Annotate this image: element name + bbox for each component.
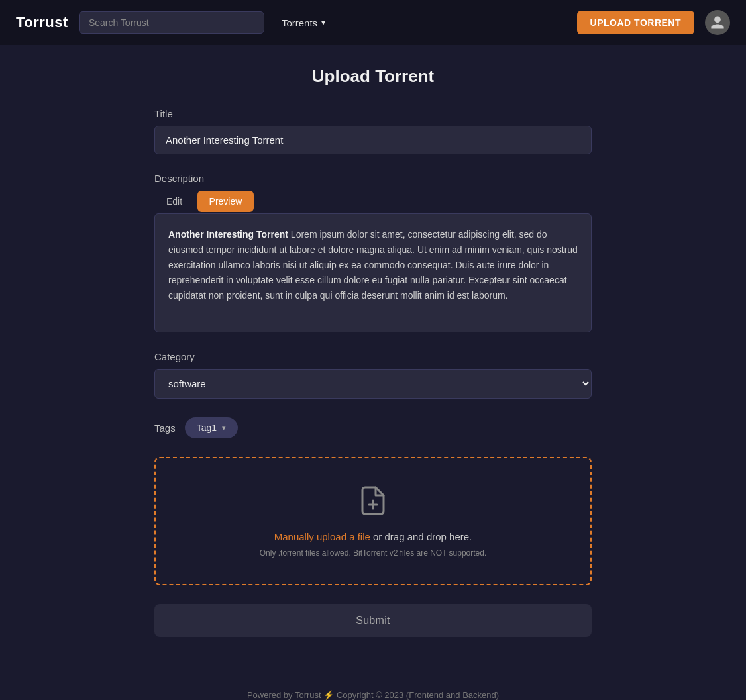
category-select[interactable]: software games movies music books other: [154, 369, 592, 399]
category-section: Category software games movies music boo…: [154, 351, 592, 399]
title-input[interactable]: [154, 126, 592, 154]
tab-edit[interactable]: Edit: [154, 191, 194, 212]
search-input[interactable]: [79, 11, 264, 34]
upload-or-drag-text: or drag and drop here.: [370, 531, 472, 542]
footer-text: Powered by Torrust ⚡ Copyright © 2023 (F…: [247, 690, 499, 700]
upload-link[interactable]: Manually upload a file: [274, 531, 370, 542]
tags-label: Tags: [154, 423, 176, 434]
tab-preview[interactable]: Preview: [197, 191, 254, 212]
upload-torrent-button[interactable]: UPLOAD TORRENT: [577, 11, 694, 34]
search-wrapper: [79, 11, 264, 34]
footer: Powered by Torrust ⚡ Copyright © 2023 (F…: [0, 677, 746, 700]
tags-section: Tags Tag1 ▾: [154, 417, 592, 438]
page-title: Upload Torrent: [154, 66, 592, 87]
description-body: Lorem ipsum dolor sit amet, consectetur …: [168, 229, 578, 301]
tag1-label: Tag1: [197, 423, 217, 433]
file-upload-icon: [169, 485, 577, 523]
header: Torrust Torrents ▾ UPLOAD TORRENT: [0, 0, 746, 45]
upload-zone[interactable]: Manually upload a file or drag and drop …: [154, 457, 592, 585]
upload-note: Only .torrent files allowed. BitTorrent …: [169, 548, 577, 558]
tag1-button[interactable]: Tag1 ▾: [185, 417, 238, 438]
torrents-nav-label: Torrents: [282, 17, 317, 28]
main-content: Upload Torrent Title Description Edit Pr…: [141, 45, 605, 677]
title-label: Title: [154, 108, 592, 119]
avatar[interactable]: [705, 10, 730, 35]
upload-prompt: Manually upload a file or drag and drop …: [169, 531, 577, 543]
submit-button[interactable]: Submit: [154, 604, 592, 637]
tags-row: Tags Tag1 ▾: [154, 417, 592, 438]
torrents-nav[interactable]: Torrents ▾: [275, 13, 332, 32]
description-label: Description: [154, 173, 592, 184]
description-tabs: Edit Preview: [154, 191, 592, 212]
category-label: Category: [154, 351, 592, 362]
logo: Torrust: [16, 14, 68, 31]
description-bold: Another Interesting Torrent: [168, 229, 288, 240]
description-preview: Another Interesting Torrent Lorem ipsum …: [154, 213, 592, 332]
tag-chevron-icon: ▾: [222, 424, 226, 432]
description-section: Description Edit Preview Another Interes…: [154, 173, 592, 332]
chevron-down-icon: ▾: [321, 18, 325, 27]
title-section: Title: [154, 108, 592, 154]
